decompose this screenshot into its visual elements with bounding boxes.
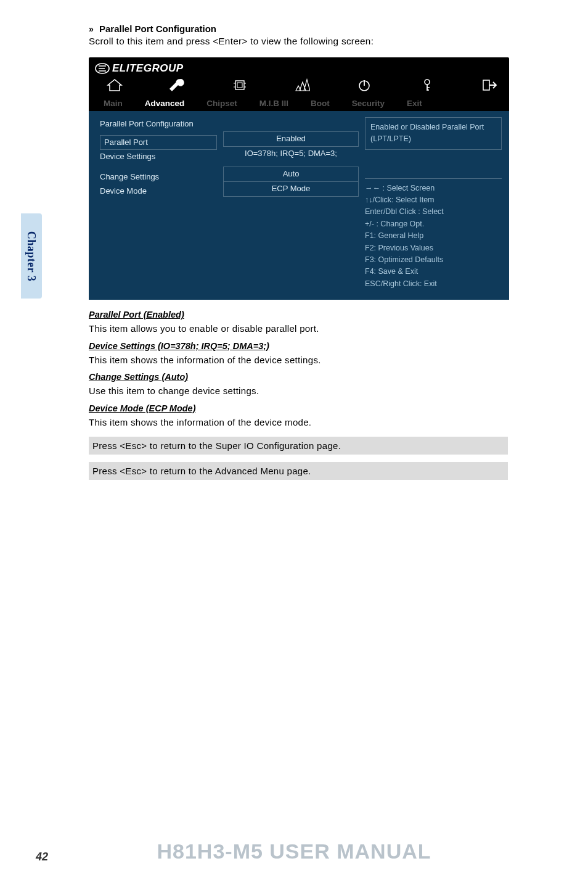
- section-title-text: Parallel Port Configuration: [99, 23, 216, 34]
- section-header: » Parallel Port Configuration: [89, 23, 508, 35]
- note-bar-advanced: Press <Esc> to return to the Advanced Me…: [89, 462, 508, 480]
- tab-exit[interactable]: Exit: [404, 98, 425, 109]
- hint-change-opt: +/- : Change Opt.: [365, 218, 502, 230]
- exit-icon[interactable]: [476, 78, 503, 96]
- bios-tab-row: Main Advanced Chipset M.I.B III Boot Sec…: [89, 97, 509, 111]
- bios-value-parallel-port[interactable]: Enabled: [223, 131, 359, 147]
- page-number: 42: [36, 851, 48, 863]
- desc-text-device-settings: This item shows the information of the d…: [89, 353, 508, 368]
- bios-item-parallel-port[interactable]: Parallel Port: [100, 135, 217, 150]
- key-icon[interactable]: [414, 78, 440, 96]
- svg-rect-12: [483, 80, 489, 90]
- tab-advanced[interactable]: Advanced: [142, 98, 187, 109]
- bios-logo: ELITEGROUP: [95, 62, 184, 75]
- hint-general-help: F1: General Help: [365, 230, 502, 242]
- bios-value-device-settings: IO=378h; IRQ=5; DMA=3;: [223, 147, 359, 161]
- bios-help-box: Enabled or Disabled Parallel Port (LPT/L…: [365, 117, 502, 150]
- power-icon[interactable]: [351, 78, 378, 96]
- hint-enter-select: Enter/Dbl Click : Select: [365, 206, 502, 218]
- bios-item-change-settings[interactable]: Change Settings: [100, 170, 217, 184]
- intro-paragraph: Scroll to this item and press <Enter> to…: [89, 35, 508, 49]
- signal-icon[interactable]: [288, 78, 315, 96]
- desc-text-device-mode: This item shows the information of the d…: [89, 416, 508, 430]
- note-bar-superio: Press <Esc> to return to the Super IO Co…: [89, 437, 508, 455]
- tab-mib[interactable]: M.I.B III: [257, 98, 291, 109]
- chip-icon[interactable]: [226, 78, 253, 96]
- hint-optimized-defaults: F3: Optimized Defaults: [365, 254, 502, 266]
- desc-text-change-settings: Use this item to change device settings.: [89, 384, 508, 398]
- hint-previous-values: F2: Previous Values: [365, 242, 502, 254]
- bios-screenshot: ELITEGROUP: [89, 57, 509, 300]
- bios-key-hints: →← : Select Screen ↑↓/Click: Select Item…: [365, 178, 502, 290]
- chapter-side-tab: Chapter 3: [21, 213, 42, 299]
- chevron-right-icon: »: [89, 24, 92, 34]
- tab-boot[interactable]: Boot: [308, 98, 332, 109]
- wrench-icon[interactable]: [163, 78, 190, 96]
- tab-main[interactable]: Main: [101, 98, 125, 109]
- chapter-label: Chapter 3: [25, 231, 38, 281]
- hint-select-screen: →← : Select Screen: [365, 183, 502, 194]
- bios-item-device-mode[interactable]: Device Mode: [100, 184, 217, 199]
- bios-item-device-settings: Device Settings: [100, 150, 217, 164]
- ecs-logo-icon: [95, 63, 110, 74]
- svg-point-8: [425, 80, 430, 84]
- hint-select-item: ↑↓/Click: Select Item: [365, 194, 502, 206]
- desc-heading-parallel-port: Parallel Port (Enabled): [89, 310, 508, 319]
- bios-value-device-mode[interactable]: ECP Mode: [223, 182, 359, 197]
- home-icon[interactable]: [101, 78, 128, 96]
- svg-rect-0: [235, 81, 244, 89]
- desc-text-parallel-port: This item allows you to enable or disabl…: [89, 322, 508, 336]
- desc-heading-change-settings: Change Settings (Auto): [89, 372, 508, 382]
- bios-value-change-settings[interactable]: Auto: [223, 167, 359, 182]
- svg-rect-1: [237, 83, 242, 88]
- hint-esc-exit: ESC/Right Click: Exit: [365, 278, 502, 290]
- footer-title: H81H3-M5 USER MANUAL: [0, 839, 588, 863]
- tab-security[interactable]: Security: [349, 98, 387, 109]
- bios-panel-heading: Parallel Port Configuration: [100, 117, 217, 131]
- tab-chipset[interactable]: Chipset: [204, 98, 240, 109]
- hint-save-exit: F4: Save & Exit: [365, 266, 502, 278]
- desc-heading-device-settings: Device Settings (IO=378h; IRQ=5; DMA=3;): [89, 341, 508, 351]
- desc-heading-device-mode: Device Mode (ECP Mode): [89, 403, 508, 413]
- bios-logo-text: ELITEGROUP: [112, 62, 184, 75]
